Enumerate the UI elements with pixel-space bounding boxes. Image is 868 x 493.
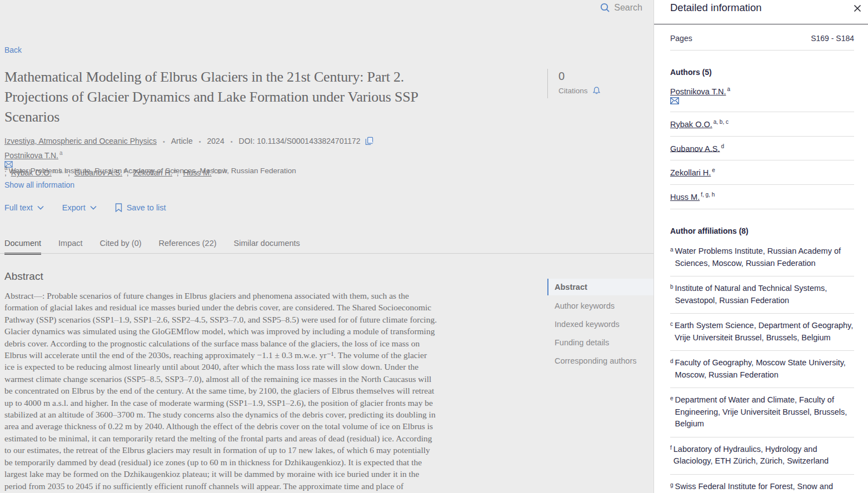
section-nav-label: Funding details	[555, 338, 609, 347]
affiliation-item: cEarth System Science, Department of Geo…	[670, 314, 854, 351]
section-nav-item[interactable]: Indexed keywords	[547, 316, 654, 332]
section-nav-label: Author keywords	[555, 301, 615, 310]
panel-author-sup: a, b, c	[714, 119, 729, 125]
tab-label: Similar documents	[234, 239, 300, 248]
affiliation-sup: b	[670, 281, 674, 306]
affiliation-sup: d	[670, 355, 674, 381]
affiliation-text: Swiss Federal Institute for Forest, Snow…	[675, 481, 854, 493]
tab-label: References (22)	[159, 239, 217, 248]
panel-author-link[interactable]: Huss M.	[670, 193, 700, 202]
source-title-link[interactable]: Izvestiya, Atmospheric and Oceanic Physi…	[4, 137, 157, 145]
detailed-information-panel: Detailed information Pages S169 - S184 A…	[654, 0, 868, 493]
section-nav-label: Indexed keywords	[555, 320, 620, 329]
panel-author-link[interactable]: Postnikova T.N.	[670, 87, 726, 96]
panel-title: Detailed information	[670, 2, 868, 14]
panel-author-link[interactable]: Rybak O.O.	[670, 120, 712, 129]
save-to-list-label: Save to list	[127, 203, 166, 212]
panel-author-link[interactable]: Zekollari H.	[670, 168, 711, 177]
affiliation-text: Institute of Natural and Technical Syste…	[675, 283, 854, 306]
search-icon	[600, 3, 610, 13]
corresponding-author-email-icon[interactable]	[670, 97, 854, 104]
page-title: Mathematical Modeling of Elbrus Glaciers…	[4, 67, 422, 127]
panel-affiliations-heading: Author affiliations (8)	[670, 227, 854, 235]
panel-authors-heading: Authors (5)	[670, 68, 854, 77]
affiliation-item: bInstitute of Natural and Technical Syst…	[670, 276, 854, 314]
panel-author-row: Gubanov A.S.d	[670, 137, 854, 161]
affiliation-item: aWater Problems Institute, Russian Acade…	[670, 239, 854, 276]
affiliation-text: Department of Water and Climate, Faculty…	[675, 394, 854, 430]
section-nav-label: Abstract	[555, 283, 587, 291]
panel-author-sup: e	[712, 167, 715, 173]
full-text-button[interactable]: Full text	[4, 203, 44, 212]
section-nav-label: Corresponding authors	[555, 356, 637, 365]
panel-author-sup: f, g, h	[701, 192, 715, 198]
separator-dot	[231, 137, 233, 145]
affiliation-item: gSwiss Federal Institute for Forest, Sno…	[670, 475, 854, 493]
section-nav: Abstract Author keywords Indexed keyword…	[547, 279, 654, 369]
affiliation-text: Laboratory of Hydraulics, Hydrology and …	[674, 444, 854, 467]
meta-line: Izvestiya, Atmospheric and Oceanic Physi…	[4, 137, 373, 145]
doi-value: DOI: 10.1134/S0001433824701172	[239, 137, 361, 145]
panel-author-list: Postnikova T.N.a Rybak O.O.a, b, c Guban…	[670, 79, 854, 209]
affiliation-item: dFaculty of Geography, Moscow State Univ…	[670, 351, 854, 388]
affiliation-text: Earth System Science, Department of Geog…	[675, 320, 854, 344]
section-nav-item[interactable]: Author keywords	[547, 298, 654, 314]
affiliation-sup: a	[670, 244, 674, 269]
save-to-list-button[interactable]: Save to list	[115, 203, 166, 212]
separator-dot	[199, 137, 201, 145]
document-page: Search Back Mathematical Modeling of Elb…	[0, 0, 654, 493]
search-label: Search	[614, 3, 642, 13]
document-tabs: Document Impact Cited by (0) References …	[4, 239, 300, 255]
tab[interactable]: Impact	[58, 239, 83, 255]
show-all-information-link[interactable]: Show all information	[4, 180, 74, 189]
document-type: Article	[171, 137, 193, 145]
section-nav-item[interactable]: Abstract	[547, 279, 654, 295]
panel-author-sup: a	[727, 86, 730, 92]
affiliation-sup: e	[670, 393, 674, 430]
section-nav-item[interactable]: Funding details	[547, 335, 654, 350]
affiliation-sup: g	[670, 479, 674, 493]
panel-author-row: Rybak O.O.a, b, c	[670, 112, 854, 137]
close-icon[interactable]	[851, 2, 864, 14]
chevron-down-icon	[37, 205, 44, 210]
export-button[interactable]: Export	[62, 203, 97, 212]
full-text-label: Full text	[4, 203, 33, 212]
affiliation-note-text: Water Problems Institute, Russian Academ…	[9, 167, 296, 175]
tab[interactable]: References (22)	[159, 239, 217, 255]
tabs-divider	[0, 253, 654, 254]
citation-alert-bell-icon[interactable]	[592, 86, 601, 95]
search-button[interactable]: Search	[600, 3, 642, 13]
tab-label: Document	[4, 239, 41, 248]
action-bar: Full text Export Save to list	[4, 203, 166, 212]
panel-author-row: Postnikova T.N.a	[670, 79, 854, 112]
publication-year: 2024	[207, 137, 225, 145]
back-link[interactable]: Back	[4, 46, 22, 54]
affiliation-note: aWater Problems Institute, Russian Acade…	[4, 165, 296, 175]
panel-author-link[interactable]: Gubanov A.S.	[670, 144, 720, 153]
tab[interactable]: Document	[4, 239, 41, 255]
author-link[interactable]: Postnikova T.N.	[4, 151, 58, 160]
author-affiliation-sup: a	[59, 150, 63, 156]
export-label: Export	[62, 203, 86, 212]
pages-label: Pages	[670, 34, 692, 43]
affiliation-text: Water Problems Institute, Russian Academ…	[675, 245, 854, 269]
pages-value: S169 - S184	[811, 34, 854, 43]
affiliation-item: eDepartment of Water and Climate, Facult…	[670, 388, 854, 437]
separator-dot	[163, 137, 165, 145]
citations-count: 0	[558, 70, 601, 83]
panel-header: Detailed information	[654, 0, 868, 24]
bookmark-icon	[115, 203, 122, 212]
tab-label: Impact	[58, 239, 83, 248]
citations-label: Citations	[558, 87, 588, 95]
copy-doi-icon[interactable]	[365, 137, 373, 145]
tab[interactable]: Cited by (0)	[100, 239, 142, 255]
citations-box: 0 Citations	[547, 69, 601, 98]
affiliation-item: fLaboratory of Hydraulics, Hydrology and…	[670, 437, 854, 475]
chevron-down-icon	[90, 205, 97, 210]
tab[interactable]: Similar documents	[234, 239, 300, 255]
panel-affiliation-list: aWater Problems Institute, Russian Acade…	[670, 239, 854, 493]
affiliation-text: Faculty of Geography, Moscow State Unive…	[675, 357, 854, 381]
section-nav-item[interactable]: Corresponding authors	[547, 353, 654, 369]
affiliation-sup: f	[670, 442, 672, 467]
panel-author-row: Zekollari H.e	[670, 160, 854, 185]
